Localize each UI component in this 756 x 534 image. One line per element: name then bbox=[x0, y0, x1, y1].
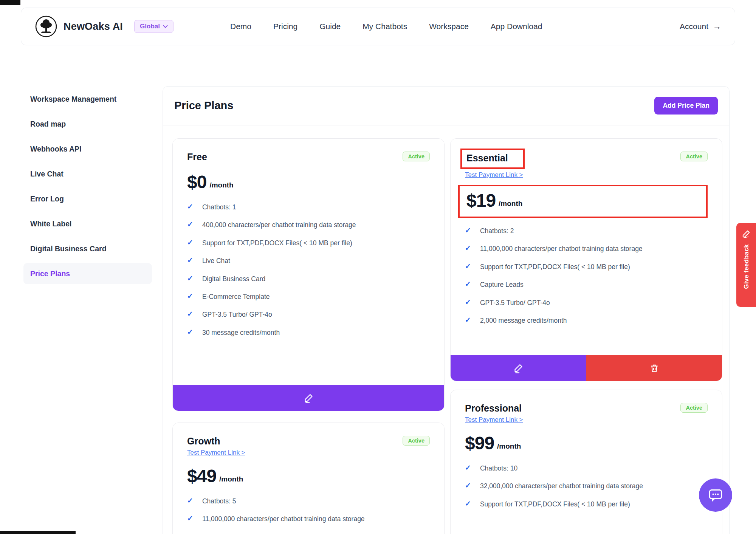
feature-list-growth: ✓Chatbots: 5✓11,000,000 characters/per c… bbox=[187, 497, 430, 532]
region-label: Global bbox=[140, 23, 160, 30]
feature-label: 11,000,000 characters/per chatbot traini… bbox=[202, 514, 365, 524]
main-nav: Demo Pricing Guide My Chatbots Workspace… bbox=[230, 22, 542, 31]
delete-plan-button-essential[interactable] bbox=[586, 355, 722, 381]
check-icon: ✓ bbox=[187, 274, 193, 283]
test-payment-link-growth[interactable]: Test Payment Link > bbox=[187, 449, 245, 457]
sidebar-item-price-plans[interactable]: Price Plans bbox=[23, 263, 152, 284]
feedback-pencil-icon bbox=[741, 229, 751, 239]
check-icon: ✓ bbox=[465, 226, 471, 235]
feature-label: Live Chat bbox=[202, 256, 230, 266]
edit-plan-button-free[interactable] bbox=[173, 385, 444, 411]
plan-title-free: Free bbox=[187, 152, 207, 163]
feature-label: Support for TXT,PDF,DOCX Files( < 10 MB … bbox=[480, 262, 630, 272]
feature-label: Capture Leads bbox=[480, 280, 524, 289]
check-icon: ✓ bbox=[187, 514, 193, 523]
status-badge-professional: Active bbox=[680, 403, 708, 413]
nav-link-app-download[interactable]: App Download bbox=[491, 22, 542, 31]
feature-item: ✓Capture Leads bbox=[465, 280, 708, 289]
annotation-box-price: $19/month bbox=[458, 185, 708, 218]
price-plans-panel: Price Plans Add Price Plan FreeActive$0/… bbox=[163, 86, 730, 534]
nav-link-demo[interactable]: Demo bbox=[230, 22, 251, 31]
feature-label: 32,000,000 characters/per chatbot traini… bbox=[480, 481, 643, 491]
plan-card-professional: ProfessionalActiveTest Payment Link >$99… bbox=[450, 390, 722, 534]
sidebar-item-webhooks-api[interactable]: Webhooks API bbox=[23, 138, 152, 159]
page-title: Price Plans bbox=[174, 99, 233, 112]
sidebar-item-road-map[interactable]: Road map bbox=[23, 113, 152, 135]
feature-item: ✓Chatbots: 1 bbox=[187, 203, 430, 212]
feature-label: Chatbots: 2 bbox=[480, 226, 514, 236]
nav-link-my-chatbots[interactable]: My Chatbots bbox=[363, 22, 407, 31]
region-dropdown[interactable]: Global bbox=[134, 20, 174, 33]
check-icon: ✓ bbox=[187, 238, 193, 247]
feature-list-essential: ✓Chatbots: 2✓11,000,000 characters/per c… bbox=[465, 226, 708, 334]
feature-label: E-Commerce Template bbox=[202, 292, 270, 302]
sidebar-item-white-label[interactable]: White Label bbox=[23, 213, 152, 234]
check-icon: ✓ bbox=[187, 220, 193, 229]
feature-item: ✓Support for TXT,PDF,DOCX Files( < 10 MB… bbox=[465, 262, 708, 272]
feedback-label: Give feedback bbox=[743, 244, 750, 289]
panel-header: Price Plans Add Price Plan bbox=[163, 87, 729, 125]
chat-widget-button[interactable] bbox=[699, 478, 732, 512]
price-period: /month bbox=[499, 200, 522, 208]
test-payment-link-professional[interactable]: Test Payment Link > bbox=[465, 416, 523, 424]
plan-title-essential: Essential bbox=[466, 153, 508, 164]
feature-label: Support for TXT,PDF,DOCX Files( < 10 MB … bbox=[202, 238, 352, 248]
nav-link-workspace[interactable]: Workspace bbox=[429, 22, 469, 31]
feature-label: 400,000 characters/per chatbot training … bbox=[202, 220, 356, 230]
account-label: Account bbox=[680, 22, 708, 31]
edit-plan-button-essential[interactable] bbox=[451, 355, 586, 381]
sidebar-item-error-log[interactable]: Error Log bbox=[23, 188, 152, 209]
price-period: /month bbox=[497, 442, 521, 450]
sidebar-item-digital-business-card[interactable]: Digital Business Card bbox=[23, 238, 152, 259]
feature-label: 30 message credits/month bbox=[202, 328, 280, 337]
feature-item: ✓400,000 characters/per chatbot training… bbox=[187, 220, 430, 230]
screenshot-artifact-bottom bbox=[0, 531, 76, 534]
brand-name: NewOaks AI bbox=[64, 21, 123, 33]
feature-label: 2,000 message credits/month bbox=[480, 316, 567, 325]
feature-item: ✓Support for TXT,PDF,DOCX Files( < 10 MB… bbox=[465, 500, 708, 509]
nav-link-guide[interactable]: Guide bbox=[319, 22, 341, 31]
feature-label: Chatbots: 10 bbox=[480, 464, 517, 473]
status-badge-free: Active bbox=[403, 152, 430, 161]
sidebar: Workspace Management Road map Webhooks A… bbox=[23, 88, 152, 288]
sidebar-item-workspace-management[interactable]: Workspace Management bbox=[23, 88, 152, 110]
chevron-down-icon bbox=[163, 25, 168, 28]
add-price-plan-button[interactable]: Add Price Plan bbox=[654, 97, 718, 115]
plan-header-free: FreeActive bbox=[187, 152, 430, 163]
feature-item: ✓GPT-3.5 Turbo/ GPT-4o bbox=[465, 298, 708, 308]
check-icon: ✓ bbox=[187, 310, 193, 319]
check-icon: ✓ bbox=[187, 328, 193, 337]
check-icon: ✓ bbox=[187, 203, 193, 211]
check-icon: ✓ bbox=[465, 262, 471, 271]
plan-header-essential: EssentialActive bbox=[465, 152, 708, 169]
plan-title-professional: Professional bbox=[465, 403, 522, 414]
check-icon: ✓ bbox=[465, 316, 471, 325]
check-icon: ✓ bbox=[465, 481, 471, 490]
price-period: /month bbox=[209, 181, 233, 189]
feature-list-free: ✓Chatbots: 1✓400,000 characters/per chat… bbox=[187, 203, 430, 346]
test-payment-link-essential[interactable]: Test Payment Link > bbox=[465, 171, 523, 179]
feature-item: ✓Chatbots: 10 bbox=[465, 464, 708, 473]
feature-item: ✓32,000,000 characters/per chatbot train… bbox=[465, 481, 708, 491]
feature-item: ✓Support for TXT,PDF,DOCX Files( < 10 MB… bbox=[187, 238, 430, 248]
chat-bubble-icon bbox=[706, 486, 725, 505]
trash-icon bbox=[649, 363, 659, 373]
price-amount: $0 bbox=[187, 173, 206, 191]
tree-logo-icon bbox=[35, 15, 57, 38]
feature-item: ✓11,000,000 characters/per chatbot train… bbox=[187, 514, 430, 524]
feature-item: ✓2,000 message credits/month bbox=[465, 316, 708, 325]
check-icon: ✓ bbox=[465, 244, 471, 253]
check-icon: ✓ bbox=[187, 256, 193, 265]
plans-column-right: EssentialActiveTest Payment Link >$19/mo… bbox=[450, 138, 722, 534]
feature-label: GPT-3.5 Turbo/ GPT-4o bbox=[202, 310, 272, 319]
sidebar-item-live-chat[interactable]: Live Chat bbox=[23, 163, 152, 184]
give-feedback-tab[interactable]: Give feedback bbox=[736, 223, 756, 307]
plan-card-free: FreeActive$0/month✓Chatbots: 1✓400,000 c… bbox=[172, 138, 445, 411]
nav-link-pricing[interactable]: Pricing bbox=[273, 22, 297, 31]
plan-price-growth: $49/month bbox=[187, 467, 430, 485]
pencil-icon bbox=[513, 363, 524, 373]
check-icon: ✓ bbox=[465, 298, 471, 307]
feature-label: Digital Business Card bbox=[202, 274, 265, 284]
account-link[interactable]: Account → bbox=[680, 22, 721, 31]
check-icon: ✓ bbox=[465, 464, 471, 472]
